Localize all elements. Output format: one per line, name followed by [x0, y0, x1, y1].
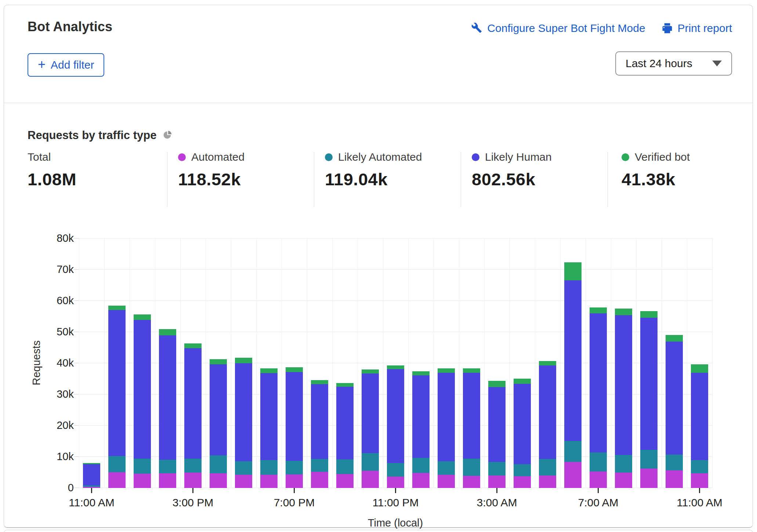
time-range-select[interactable]: Last 24 hours — [615, 51, 732, 76]
stacked-bar-400pm[interactable] — [210, 359, 227, 488]
segment-automated — [564, 462, 582, 488]
segment-automated — [210, 473, 227, 488]
segment-verified-bot — [640, 311, 658, 318]
stat-divider — [461, 152, 461, 207]
segment-likely-human — [83, 464, 100, 486]
x-tick-mark — [699, 488, 700, 493]
next-card-top-edge — [4, 530, 753, 532]
bar-slot — [332, 238, 358, 488]
y-tick-label: 10k — [44, 451, 74, 463]
segment-automated — [463, 476, 480, 488]
stat-value: 118.52k — [178, 169, 245, 189]
section-title-row: Requests by traffic type — [28, 129, 172, 142]
y-tick-label: 70k — [44, 263, 74, 276]
x-tick-label: 11:00 AM — [69, 496, 115, 509]
y-tick-mark — [74, 488, 79, 488]
pie-chart-icon — [163, 130, 172, 141]
bar-slot — [79, 238, 104, 488]
stacked-bar-500am[interactable] — [539, 361, 556, 488]
segment-likely-human — [134, 320, 151, 459]
segment-verified-bot — [412, 371, 430, 375]
bar-slot — [307, 238, 332, 488]
requests-chart: Requests 010k20k30k40k50k60k70k80k 11:00… — [4, 213, 753, 526]
segment-automated — [286, 474, 303, 488]
stacked-bar-600am[interactable] — [564, 262, 582, 488]
segment-automated — [184, 473, 202, 488]
segment-likely-automated — [311, 459, 328, 472]
segment-likely-automated — [691, 460, 708, 473]
add-filter-label: Add filter — [51, 59, 94, 71]
print-report-link[interactable]: Print report — [662, 22, 732, 34]
stacked-bar-300am[interactable] — [488, 381, 506, 488]
bar-slot — [434, 238, 459, 488]
segment-verified-bot — [438, 368, 455, 372]
stacked-bar-800pm[interactable] — [311, 380, 328, 488]
stacked-bar-100pm[interactable] — [134, 314, 151, 488]
x-tick-label: 7:00 AM — [578, 496, 618, 509]
stacked-bar-1200pm[interactable] — [108, 306, 126, 488]
bar-slot — [206, 238, 231, 488]
legend-dot — [472, 153, 479, 161]
segment-verified-bot — [564, 262, 582, 280]
print-link-label: Print report — [678, 22, 732, 34]
stacked-bar-200am[interactable] — [463, 368, 480, 488]
segment-verified-bot — [286, 367, 303, 372]
add-filter-button[interactable]: + Add filter — [28, 53, 104, 77]
segment-automated — [615, 473, 632, 488]
y-tick-label: 40k — [44, 357, 74, 369]
stacked-bar-700pm[interactable] — [286, 367, 303, 488]
segment-likely-human — [514, 384, 531, 464]
segment-likely-human — [590, 313, 607, 452]
stacked-bar-200pm[interactable] — [159, 329, 176, 488]
stat-automated: Automated118.52k — [178, 151, 245, 189]
y-tick-label: 80k — [44, 232, 74, 244]
stacked-bar-1100am[interactable] — [83, 463, 100, 488]
stacked-bar-1000am[interactable] — [666, 335, 683, 488]
configure-link-label: Configure Super Bot Fight Mode — [487, 22, 645, 34]
y-tick-mark — [74, 425, 79, 426]
stacked-bar-400am[interactable] — [514, 379, 531, 488]
stacked-bar-700am[interactable] — [590, 307, 607, 488]
segment-likely-automated — [488, 462, 506, 475]
stacked-bar-900pm[interactable] — [336, 383, 354, 488]
segment-likely-human — [159, 335, 176, 460]
stacked-bar-100am[interactable] — [438, 368, 455, 488]
stat-likely-automated: Likely Automated119.04k — [325, 151, 422, 189]
bar-slot — [358, 238, 383, 488]
segment-likely-human — [108, 310, 126, 456]
configure-super-bot-fight-mode-link[interactable]: Configure Super Bot Fight Mode — [471, 22, 645, 34]
segment-verified-bot — [159, 329, 176, 335]
legend-dot — [178, 153, 186, 161]
segment-automated — [134, 474, 151, 488]
y-tick-label: 0 — [44, 482, 74, 494]
stacked-bar-900am[interactable] — [640, 311, 658, 488]
y-tick-mark — [74, 363, 79, 363]
segment-verified-bot — [210, 359, 227, 364]
stacked-bar-1200am[interactable] — [412, 371, 430, 488]
x-tick-mark — [598, 488, 599, 493]
x-tick-label: 3:00 AM — [477, 496, 517, 509]
stacked-bar-1100pm[interactable] — [387, 365, 404, 488]
time-range-value: Last 24 hours — [626, 57, 692, 70]
stacked-bar-800am[interactable] — [615, 309, 632, 488]
bar-slot — [687, 238, 712, 488]
bar-slot — [231, 238, 256, 488]
stacked-bar-300pm[interactable] — [184, 343, 202, 488]
segment-likely-automated — [362, 453, 379, 471]
bar-slot — [484, 238, 510, 488]
segment-likely-automated — [412, 458, 430, 473]
stacked-bar-600pm[interactable] — [260, 368, 278, 488]
stacked-bar-500pm[interactable] — [235, 358, 252, 488]
segment-likely-human — [260, 373, 278, 460]
stat-label: Total — [28, 151, 51, 163]
bar-slot — [104, 238, 130, 488]
segment-automated — [590, 471, 607, 488]
segment-likely-automated — [590, 452, 607, 471]
stacked-bar-1000pm[interactable] — [362, 369, 379, 488]
section-title: Requests by traffic type — [28, 129, 156, 142]
x-tick-mark — [294, 488, 295, 493]
stat-label: Automated — [191, 151, 245, 163]
stacked-bar-1100am[interactable] — [691, 364, 708, 488]
y-tick-label: 20k — [44, 419, 74, 431]
segment-likely-automated — [286, 461, 303, 474]
